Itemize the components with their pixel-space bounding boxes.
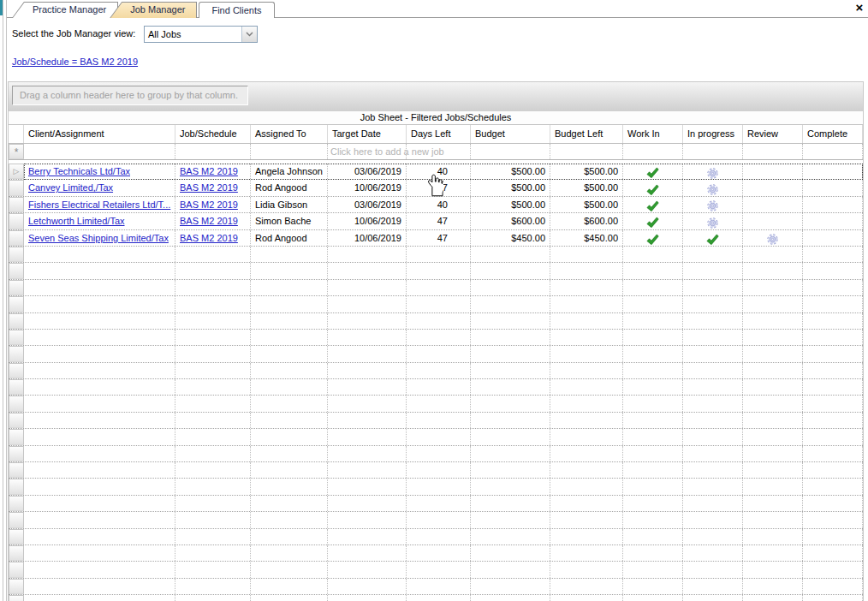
days-left-cell[interactable]: 40 xyxy=(407,164,471,179)
budget-left-cell[interactable]: $500.00 xyxy=(550,180,623,195)
row-header[interactable] xyxy=(9,346,24,361)
column-header-in-progress[interactable]: In progress xyxy=(683,125,743,143)
add-new-job-row[interactable]: * Click here to add a new job xyxy=(9,144,863,160)
tab-practice-manager[interactable]: Practice Manager xyxy=(12,2,118,18)
budget-cell[interactable]: $500.00 xyxy=(471,197,550,212)
filter-breadcrumb-link[interactable]: Job/Schedule = BAS M2 2019 xyxy=(12,57,138,67)
tab-job-manager[interactable]: Job Manager xyxy=(110,2,197,18)
budget-cell[interactable]: $500.00 xyxy=(471,180,550,195)
client-link[interactable]: Letchworth Limited/Tax xyxy=(28,216,125,226)
row-header[interactable] xyxy=(9,595,24,601)
review-cell[interactable] xyxy=(743,180,803,195)
client-link[interactable]: Berry Technicals Ltd/Tax xyxy=(28,166,130,176)
row-header[interactable] xyxy=(9,512,24,527)
row-header[interactable] xyxy=(9,247,24,262)
budget-cell[interactable]: $600.00 xyxy=(471,213,550,229)
target-date-cell[interactable]: 03/06/2019 xyxy=(328,164,407,179)
in-progress-cell[interactable] xyxy=(683,164,743,179)
client-link[interactable]: Seven Seas Shipping Limited/Tax xyxy=(28,233,169,243)
target-date-cell[interactable]: 03/06/2019 xyxy=(328,197,407,212)
work-in-cell[interactable] xyxy=(623,164,683,179)
assigned-cell[interactable]: Angela Johnson xyxy=(251,164,328,179)
complete-cell[interactable] xyxy=(803,197,863,212)
complete-cell[interactable] xyxy=(803,164,863,179)
current-row-indicator[interactable]: ▷ xyxy=(9,164,24,179)
complete-cell[interactable] xyxy=(803,213,863,229)
client-link[interactable]: Canvey Limited,/Tax xyxy=(28,182,113,193)
row-header[interactable] xyxy=(9,296,24,312)
target-date-cell[interactable]: 10/06/2019 xyxy=(328,230,407,246)
in-progress-cell[interactable] xyxy=(683,180,743,195)
days-left-cell[interactable]: 47 xyxy=(407,213,471,229)
row-header[interactable] xyxy=(9,529,24,544)
job-link[interactable]: BAS M2 2019 xyxy=(180,199,238,210)
review-cell[interactable] xyxy=(743,164,803,179)
in-progress-cell[interactable] xyxy=(683,197,743,212)
assigned-cell[interactable]: Rod Angood xyxy=(251,180,328,195)
budget-left-cell[interactable]: $600.00 xyxy=(550,213,623,229)
tab-find-clients[interactable]: Find Clients xyxy=(199,2,274,18)
close-icon[interactable]: × xyxy=(853,1,865,15)
row-header[interactable] xyxy=(9,197,24,212)
days-left-cell[interactable]: 47 xyxy=(407,230,471,246)
complete-cell[interactable] xyxy=(803,230,863,246)
row-header[interactable] xyxy=(9,579,24,594)
assigned-cell[interactable]: Rod Angood xyxy=(251,230,328,246)
assigned-cell[interactable]: Lidia Gibson xyxy=(251,197,328,212)
review-cell[interactable] xyxy=(743,230,803,246)
assigned-cell[interactable]: Simon Bache xyxy=(251,213,328,229)
row-header[interactable] xyxy=(9,496,24,511)
row-header[interactable] xyxy=(9,413,24,428)
work-in-cell[interactable] xyxy=(623,230,683,246)
row-header[interactable] xyxy=(9,446,24,461)
group-by-drop-target[interactable]: Drag a column header here to group by th… xyxy=(12,86,248,105)
row-header[interactable] xyxy=(9,479,24,494)
in-progress-cell[interactable] xyxy=(683,213,743,229)
view-selector-dropdown[interactable]: All Jobs xyxy=(144,26,258,43)
row-header[interactable] xyxy=(9,429,24,444)
row-header[interactable] xyxy=(9,330,24,345)
days-left-cell[interactable]: 40 xyxy=(407,197,471,212)
row-header[interactable] xyxy=(9,363,24,378)
row-header[interactable] xyxy=(9,263,24,278)
column-header-assigned[interactable]: Assigned To xyxy=(251,125,328,143)
budget-cell[interactable]: $450.00 xyxy=(471,230,550,246)
column-header-budget[interactable]: Budget xyxy=(471,125,550,143)
row-header[interactable] xyxy=(9,230,24,246)
row-header[interactable] xyxy=(9,545,24,561)
column-header-work-in[interactable]: Work In xyxy=(623,125,683,143)
column-header-target-date[interactable]: Target Date xyxy=(328,125,407,143)
work-in-cell[interactable] xyxy=(623,213,683,229)
review-cell[interactable] xyxy=(743,213,803,229)
client-link[interactable]: Fishers Electrical Retailers Ltd/T... xyxy=(28,199,170,210)
job-link[interactable]: BAS M2 2019 xyxy=(180,233,238,243)
column-header-job[interactable]: Job/Schedule xyxy=(175,125,251,143)
budget-left-cell[interactable]: $500.00 xyxy=(550,197,623,212)
budget-left-cell[interactable]: $450.00 xyxy=(550,230,623,246)
column-header-review[interactable]: Review xyxy=(743,125,803,143)
target-date-cell[interactable]: 10/06/2019 xyxy=(328,213,407,229)
row-header[interactable] xyxy=(9,213,24,229)
work-in-cell[interactable] xyxy=(623,197,683,212)
complete-cell[interactable] xyxy=(803,180,863,195)
row-header[interactable] xyxy=(9,379,24,395)
job-link[interactable]: BAS M2 2019 xyxy=(180,166,238,176)
budget-left-cell[interactable]: $500.00 xyxy=(550,164,623,179)
row-header[interactable] xyxy=(9,562,24,577)
job-link[interactable]: BAS M2 2019 xyxy=(180,182,238,193)
work-in-cell[interactable] xyxy=(623,180,683,195)
column-header-budget-left[interactable]: Budget Left xyxy=(550,125,623,143)
row-header[interactable] xyxy=(9,313,24,329)
row-header[interactable] xyxy=(9,180,24,195)
target-date-cell[interactable]: 10/06/2019 xyxy=(328,180,407,195)
in-progress-cell[interactable] xyxy=(683,230,743,246)
column-header-complete[interactable]: Complete xyxy=(803,125,863,143)
review-cell[interactable] xyxy=(743,197,803,212)
row-header[interactable] xyxy=(9,462,24,478)
dropdown-button[interactable] xyxy=(241,27,257,42)
budget-cell[interactable]: $500.00 xyxy=(471,164,550,179)
add-new-job-hint[interactable]: Click here to add a new job xyxy=(330,145,444,159)
row-header[interactable] xyxy=(9,280,24,295)
row-header[interactable] xyxy=(9,396,24,411)
column-header-days-left[interactable]: Days Left xyxy=(407,125,471,143)
